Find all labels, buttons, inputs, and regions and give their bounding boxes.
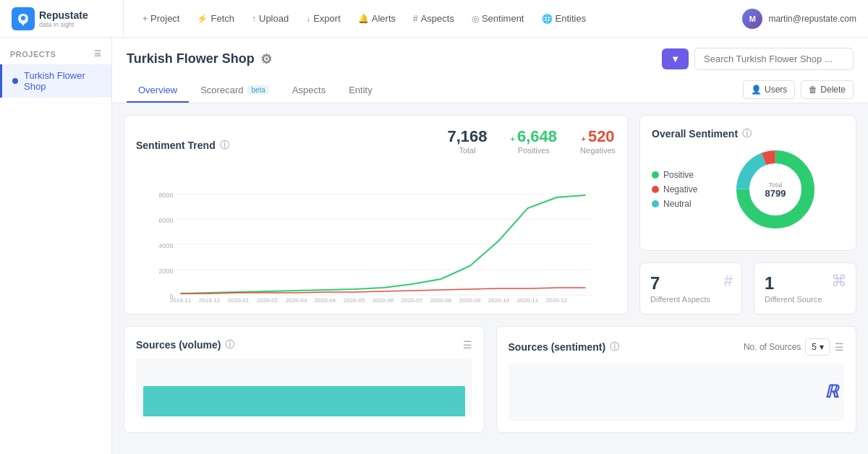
- nav-alerts-label: Alerts: [372, 13, 396, 24]
- svg-text:8799: 8799: [765, 188, 786, 199]
- nav-fetch-label: Fetch: [210, 13, 234, 24]
- svg-text:2020-12: 2020-12: [546, 297, 568, 302]
- right-panel: Overall Sentiment ⓘ Positive: [639, 115, 856, 314]
- nav-item-export[interactable]: ↓ Export: [299, 9, 348, 28]
- legend-positive: Positive: [652, 170, 697, 180]
- donut-svg: Total 8799: [732, 146, 819, 233]
- source-stat-label: Different Source: [765, 295, 846, 304]
- logo-tagline: data in sight: [39, 21, 88, 28]
- overall-sentiment-info-icon[interactable]: ⓘ: [742, 127, 752, 140]
- stat-total-value: 7,168: [448, 127, 488, 146]
- aspects-stat-card: # 7 Different Aspects: [639, 262, 742, 314]
- overall-sentiment-title: Overall Sentiment ⓘ: [652, 127, 844, 140]
- sentiment-trend-card: Sentiment Trend ⓘ 7,168 Total +6,648: [124, 115, 628, 314]
- user-initials: M: [749, 14, 756, 23]
- nav-item-upload[interactable]: ↑ Upload: [244, 9, 296, 28]
- nav-item-entities[interactable]: 🌐 Entities: [535, 9, 594, 28]
- nav-item-fetch[interactable]: ⚡ Fetch: [190, 9, 242, 28]
- aspects-stat-label: Different Aspects: [650, 295, 731, 304]
- volume-bar: [143, 386, 465, 416]
- sources-volume-chart: [136, 359, 472, 416]
- command-icon: ⌘: [831, 272, 847, 291]
- nav-project-label: Project: [150, 13, 179, 24]
- svg-text:2019-11: 2019-11: [170, 297, 192, 302]
- users-button[interactable]: 👤 Users: [743, 80, 795, 99]
- filter-button[interactable]: ▼: [662, 48, 689, 69]
- sentiment-legend: Positive Negative Neutral: [652, 170, 697, 209]
- nav-aspects-label: Aspects: [421, 13, 454, 24]
- tab-scorecard-badge: beta: [247, 85, 268, 95]
- plus-icon: +: [142, 14, 148, 24]
- svg-text:8000: 8000: [158, 192, 173, 199]
- stat-positives: +6,648 Positives: [511, 127, 558, 155]
- nav-export-label: Export: [313, 13, 341, 24]
- tab-entity[interactable]: Entity: [337, 79, 384, 103]
- stats-row: 7,168 Total +6,648 Positives: [448, 127, 616, 155]
- positive-dot: [652, 171, 659, 179]
- sidebar-item-turkish-flower-shop[interactable]: Turkish Flower Shop: [0, 64, 111, 98]
- delete-button[interactable]: 🗑 Delete: [801, 80, 854, 99]
- page-tabs: Overview Scorecard beta Aspects Entity: [127, 79, 384, 103]
- sentiment-trend-info-icon[interactable]: ⓘ: [220, 139, 229, 152]
- export-icon: ↓: [306, 14, 310, 24]
- upload-icon: ↑: [252, 14, 256, 24]
- tab-scorecard[interactable]: Scorecard beta: [189, 79, 281, 103]
- sidebar-menu-icon[interactable]: ☰: [94, 49, 102, 59]
- stat-negatives-label: Negatives: [580, 146, 616, 155]
- sources-sentiment-title: Sources (sentiment) ⓘ: [509, 340, 620, 354]
- svg-text:2000: 2000: [158, 267, 173, 275]
- aspects-icon: #: [413, 14, 418, 24]
- sidebar-item-label: Turkish Flower Shop: [24, 70, 101, 92]
- negative-dot: [652, 186, 659, 193]
- delete-label: Delete: [820, 85, 846, 95]
- legend-positive-label: Positive: [663, 170, 694, 180]
- sources-volume-info-icon[interactable]: ⓘ: [225, 338, 234, 351]
- sentiment-trend-label: Sentiment Trend: [136, 140, 216, 151]
- tab-actions: 👤 Users 🗑 Delete: [743, 80, 854, 102]
- sources-sentiment-chart: ℝ: [509, 363, 845, 421]
- stat-positives-label: Positives: [511, 146, 558, 155]
- main-content: Turkish Flower Shop ⚙ ▼ Overview Scoreca…: [112, 38, 868, 454]
- logo-text: Repustate data in sight: [39, 9, 88, 28]
- user-email: martin@repustate.com: [768, 14, 856, 24]
- nav-item-project[interactable]: + Project: [135, 9, 187, 28]
- sentiment-trend-title: Sentiment Trend ⓘ: [136, 139, 229, 152]
- sentiment-trend-chart: 0 2000 4000 6000 8000: [136, 172, 616, 302]
- user-area: M martin@repustate.com: [733, 9, 856, 29]
- sources-sentiment-controls: No. of Sources 5 ▾ ☰: [744, 338, 844, 356]
- nav-item-aspects[interactable]: # Aspects: [406, 9, 461, 28]
- sources-volume-menu-icon[interactable]: ☰: [463, 339, 472, 351]
- page-title-row: Turkish Flower Shop ⚙ ▼: [127, 48, 854, 70]
- svg-text:2020-05: 2020-05: [344, 297, 365, 302]
- svg-text:2020-01: 2020-01: [228, 297, 250, 302]
- stat-negatives-value: +520: [580, 127, 616, 146]
- dropdown-control[interactable]: 5 ▾: [805, 338, 830, 356]
- active-dot: [12, 78, 18, 84]
- overall-sentiment-label: Overall Sentiment: [652, 128, 738, 140]
- svg-text:2020-11: 2020-11: [517, 297, 539, 302]
- search-input[interactable]: [694, 48, 854, 70]
- stat-total: 7,168 Total: [448, 127, 488, 155]
- nav-item-alerts[interactable]: 🔔 Alerts: [351, 9, 403, 28]
- svg-text:2020-02: 2020-02: [257, 297, 278, 302]
- donut-area: Positive Negative Neutral: [652, 146, 844, 233]
- legend-neutral: Neutral: [652, 199, 697, 209]
- tab-overview[interactable]: Overview: [127, 79, 189, 103]
- overall-sentiment-card: Overall Sentiment ⓘ Positive: [639, 115, 856, 251]
- sidebar-section-header: PROJECTS ☰: [0, 46, 111, 64]
- svg-text:2019-12: 2019-12: [199, 297, 221, 302]
- source-stat-card: ⌘ 1 Different Source: [754, 262, 856, 314]
- sources-sentiment-label: Sources (sentiment): [509, 341, 606, 353]
- chevron-down-icon: ▾: [820, 342, 824, 352]
- sources-sentiment-info-icon[interactable]: ⓘ: [610, 340, 619, 354]
- nav-item-sentiment[interactable]: ◎ Sentiment: [464, 9, 532, 28]
- logo-name: Repustate: [39, 9, 88, 21]
- user-avatar: M: [742, 9, 762, 29]
- stat-positives-value: +6,648: [511, 127, 558, 146]
- main-layout: PROJECTS ☰ Turkish Flower Shop Turkish F…: [0, 38, 868, 454]
- nav-sentiment-label: Sentiment: [482, 13, 524, 24]
- sources-sentiment-menu-icon[interactable]: ☰: [835, 341, 844, 353]
- tab-aspects[interactable]: Aspects: [281, 79, 337, 103]
- repustate-mini-logo: ℝ: [825, 382, 838, 402]
- settings-icon[interactable]: ⚙: [260, 51, 272, 67]
